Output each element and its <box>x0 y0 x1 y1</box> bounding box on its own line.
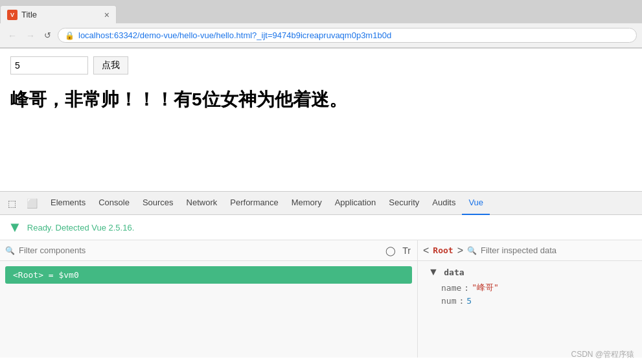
field-colon-1: : <box>464 283 469 293</box>
tab-performance[interactable]: Performance <box>224 192 284 215</box>
watermark: CSDN @管程序猿 <box>571 349 634 360</box>
url-text: localhost:63342/demo-vue/hello-vue/hello… <box>78 30 391 40</box>
device-toggle-button[interactable]: ⬜ <box>23 196 41 211</box>
field-name-label: name <box>441 283 461 293</box>
root-open-bracket: < <box>423 245 429 256</box>
tab-audits[interactable]: Audits <box>426 192 462 215</box>
inspect-element-button[interactable]: ⬚ <box>4 196 20 211</box>
tab-console[interactable]: Console <box>92 192 136 215</box>
vue-ready-text: Ready. Detected Vue 2.5.16. <box>27 223 135 233</box>
field-colon-2: : <box>459 296 464 306</box>
vue-logo: ▼ <box>8 219 22 236</box>
main-text: 峰哥，非常帅！！！有5位女神为他着迷。 <box>10 87 632 112</box>
devtools: ⬚ ⬜ Elements Console Sources Network Per… <box>0 191 642 358</box>
vue-component-panel: 🔍 ◯ Tr <Root> = $vm0 <box>0 240 418 358</box>
vue-body: 🔍 ◯ Tr <Root> = $vm0 <Root> <box>0 240 642 358</box>
field-num-value: 5 <box>466 296 472 306</box>
back-button[interactable]: ← <box>5 29 19 42</box>
refresh-components-button[interactable]: ◯ <box>384 244 397 257</box>
filter-components-input[interactable] <box>19 245 380 255</box>
page-content: 点我 峰哥，非常帅！！！有5位女神为他着迷。 <box>0 49 642 191</box>
input-row: 点我 <box>10 56 632 74</box>
refresh-button[interactable]: ↺ <box>41 29 54 41</box>
filter-data-input[interactable] <box>481 245 637 255</box>
devtools-tab-bar: ⬚ ⬜ Elements Console Sources Network Per… <box>0 192 642 215</box>
tab-memory[interactable]: Memory <box>285 192 328 215</box>
component-toolbar: 🔍 ◯ Tr <box>0 240 417 261</box>
tab-application[interactable]: Application <box>328 192 383 215</box>
tab-favicon: V <box>7 10 17 20</box>
tab-title: Title <box>21 10 99 19</box>
root-close-bracket: > <box>457 245 463 256</box>
settings-button[interactable]: Tr <box>401 244 412 257</box>
number-input[interactable] <box>10 56 88 74</box>
tab-placeholder <box>119 5 145 23</box>
tab-elements[interactable]: Elements <box>44 192 92 215</box>
tab-close-button[interactable]: × <box>104 10 109 20</box>
address-bar: ← → ↺ 🔒 localhost:63342/demo-vue/hello-v… <box>0 23 642 48</box>
vue-panel: ▼ Ready. Detected Vue 2.5.16. 🔍 ◯ Tr <Ro… <box>0 215 642 358</box>
tab-sources[interactable]: Sources <box>136 192 180 215</box>
data-search-icon: 🔍 <box>467 246 477 255</box>
data-key-label: data <box>444 267 464 277</box>
data-field-num: num : 5 <box>428 295 632 307</box>
lock-icon: 🔒 <box>65 31 75 40</box>
tab-security[interactable]: Security <box>382 192 426 215</box>
vue-header: ▼ Ready. Detected Vue 2.5.16. <box>0 215 642 240</box>
forward-button[interactable]: → <box>23 29 38 42</box>
data-section-header: ▼ data <box>428 266 632 278</box>
root-tag-label: Root <box>433 245 453 255</box>
url-bar[interactable]: 🔒 localhost:63342/demo-vue/hello-vue/hel… <box>58 28 637 43</box>
click-button[interactable]: 点我 <box>93 56 128 74</box>
component-item-label: <Root> = $vm0 <box>13 270 79 280</box>
tab-vue[interactable]: Vue <box>462 192 490 215</box>
field-name-value: "峰哥" <box>472 282 499 293</box>
tab-network[interactable]: Network <box>180 192 224 215</box>
data-section: ▼ data name : "峰哥" num : 5 <box>418 261 642 358</box>
collapse-data-icon[interactable]: ▼ <box>428 266 439 277</box>
root-component-item[interactable]: <Root> = $vm0 <box>5 266 412 284</box>
browser-tab[interactable]: V Title × <box>0 5 117 23</box>
search-icon: 🔍 <box>5 246 15 255</box>
data-toolbar: <Root> 🔍 <box>418 240 642 261</box>
component-list: <Root> = $vm0 <box>0 261 417 358</box>
field-num-label: num <box>441 296 456 306</box>
vue-data-panel: <Root> 🔍 ▼ data name : "峰哥" <box>418 240 642 358</box>
data-field-name: name : "峰哥" <box>428 280 632 295</box>
